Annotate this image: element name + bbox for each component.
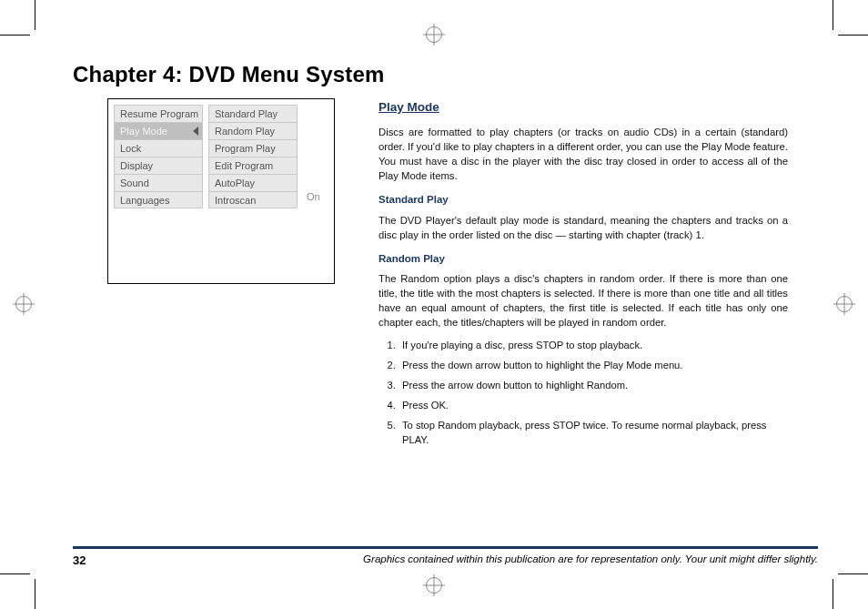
registration-mark <box>423 24 445 46</box>
submenu-item-standard-play[interactable]: Standard Play <box>208 105 298 122</box>
step-item: To stop Random playback, press STOP twic… <box>399 419 788 448</box>
manual-page: { "chapter_title": "Chapter 4: DVD Menu … <box>0 0 868 609</box>
page-number: 32 <box>73 553 86 567</box>
menu-item-label: Resume Program <box>120 108 198 119</box>
submenu-arrow-icon <box>193 127 198 136</box>
step-item: Press the arrow down button to highlight… <box>399 379 788 393</box>
menu-col-left: Resume Program Play Mode Lock Display So… <box>114 105 203 278</box>
menu-item-label: AutoPlay <box>215 178 255 188</box>
paragraph-intro: Discs are formatted to play chapters (or… <box>378 125 788 183</box>
registration-mark <box>13 293 35 315</box>
crop-mark <box>838 573 868 574</box>
chapter-title: Chapter 4: DVD Menu System <box>73 62 385 87</box>
heading-play-mode: Play Mode <box>378 98 788 116</box>
crop-mark <box>833 0 833 30</box>
menu-col-right: Standard Play Random Play Program Play E… <box>208 105 298 278</box>
step-item: Press OK. <box>399 399 788 413</box>
menu-item-resume-program[interactable]: Resume Program <box>114 105 203 122</box>
heading-standard-play: Standard Play <box>378 192 788 207</box>
menu-item-label: Play Mode <box>120 126 167 137</box>
menu-item-label: Display <box>120 160 153 171</box>
menu-item-label: Sound <box>120 178 149 188</box>
menu-item-label: Random Play <box>215 126 275 137</box>
crop-mark <box>833 579 833 609</box>
heading-random-play: Random Play <box>378 251 788 266</box>
autoplay-value: On <box>303 191 328 202</box>
submenu-item-edit-program[interactable]: Edit Program <box>208 157 298 174</box>
step-item: If you're playing a disc, press STOP to … <box>399 339 788 353</box>
menu-item-label: Languages <box>120 195 169 206</box>
menu-item-sound[interactable]: Sound <box>114 174 203 191</box>
submenu-item-autoplay[interactable]: AutoPlay <box>208 174 298 191</box>
crop-mark <box>0 35 30 36</box>
footer-note: Graphics contained within this publicati… <box>363 553 818 564</box>
submenu-item-random-play[interactable]: Random Play <box>208 122 298 139</box>
step-item: Press the down arrow button to highlight… <box>399 359 788 373</box>
menu-item-label: Standard Play <box>215 108 278 119</box>
submenu-item-program-play[interactable]: Program Play <box>208 139 298 157</box>
registration-mark <box>833 293 855 315</box>
menu-item-label: Introscan <box>215 195 256 206</box>
menu-item-play-mode[interactable]: Play Mode <box>114 122 203 139</box>
menu-item-label: Program Play <box>215 143 276 154</box>
footer-rule <box>73 546 818 549</box>
paragraph-standard: The DVD Player's default play mode is st… <box>378 213 788 242</box>
menu-item-label: Lock <box>120 143 141 154</box>
menu-item-languages[interactable]: Languages <box>114 191 203 208</box>
paragraph-random: The Random option plays a disc's chapter… <box>378 271 788 330</box>
random-play-steps: If you're playing a disc, press STOP to … <box>399 339 788 447</box>
dvd-menu-panel: Resume Program Play Mode Lock Display So… <box>107 98 335 284</box>
registration-mark <box>423 574 445 596</box>
menu-item-display[interactable]: Display <box>114 157 203 174</box>
menu-col-values: On <box>303 105 328 278</box>
content-column: Play Mode Discs are formatted to play ch… <box>378 98 788 453</box>
menu-item-label: Edit Program <box>215 160 273 171</box>
crop-mark <box>0 573 30 574</box>
crop-mark <box>838 35 868 36</box>
menu-item-lock[interactable]: Lock <box>114 139 203 157</box>
crop-mark <box>35 579 35 609</box>
crop-mark <box>35 0 35 30</box>
submenu-item-introscan[interactable]: Introscan <box>208 191 298 208</box>
